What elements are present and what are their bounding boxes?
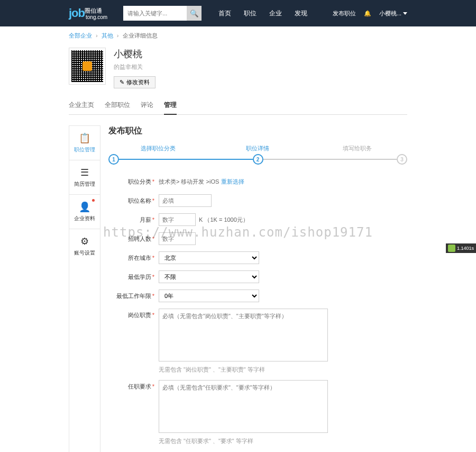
step-label-2: 职位详情 [208, 144, 307, 152]
label-education: 最低学历 [128, 274, 151, 280]
nav-discover[interactable]: 发现 [288, 0, 314, 26]
steps: 选择职位分类 职位详情 填写给职务 1 2 3 [108, 144, 407, 165]
search-box: 🔍 [123, 6, 202, 21]
breadcrumb-current: 企业详细信息 [123, 32, 158, 39]
username: 小樱桃... [379, 10, 401, 17]
logo-sub: tong.com [86, 15, 107, 20]
notification-dot-icon [92, 199, 95, 202]
reselect-link[interactable]: 重新选择 [221, 178, 244, 185]
label-name: 职位名称 [128, 197, 151, 204]
page-title: 发布职位 [108, 125, 407, 137]
step-circle-1: 1 [108, 154, 119, 165]
jobs-icon: 📋 [72, 132, 97, 144]
label-responsibility: 岗位职责 [128, 312, 151, 318]
bell-icon[interactable]: 🔔 [364, 10, 371, 17]
city-select[interactable]: 北京 [159, 251, 259, 264]
sidebar-item-label: 企业资料 [74, 215, 95, 221]
company-name: 小樱桃 [114, 48, 155, 60]
nav-companies[interactable]: 企业 [263, 0, 288, 26]
user-dropdown[interactable]: 小樱桃... [379, 10, 407, 17]
sidebar-item-company[interactable]: 👤 企业资料 [69, 195, 100, 229]
step-circle-3: 3 [397, 154, 407, 165]
publish-link[interactable]: 发布职位 [333, 10, 356, 17]
leaf-icon [448, 245, 455, 252]
search-icon: 🔍 [190, 10, 199, 17]
logo-cn: 圈伯通 [85, 7, 107, 15]
step-circle-2: 2 [253, 154, 263, 165]
gear-icon: ⚙ [72, 236, 97, 247]
search-button[interactable]: 🔍 [187, 6, 202, 21]
logo[interactable]: job 圈伯通 tong.com [69, 6, 107, 20]
step-label-1: 选择职位分类 [108, 144, 208, 152]
label-headcount: 招聘人数 [128, 236, 151, 242]
tab-all-jobs[interactable]: 全部职位 [105, 96, 130, 114]
pencil-icon: ✎ [120, 79, 124, 86]
search-input[interactable] [123, 6, 187, 21]
label-city: 所在城市 [128, 255, 151, 261]
sidebar-item-resume[interactable]: ☰ 简历管理 [69, 160, 100, 195]
job-name-input[interactable] [159, 194, 212, 207]
sidebar-item-label: 简历管理 [74, 181, 95, 187]
label-experience: 最低工作年限 [116, 293, 151, 299]
breadcrumb: 全部企业 › 其他 › 企业详细信息 [69, 26, 407, 45]
main-nav: 首页 职位 企业 发现 [212, 0, 314, 26]
logo-text: job [69, 6, 85, 20]
sidebar: 📋 职位管理 ☰ 简历管理 👤 企业资料 ⚙ 账号设置 [69, 125, 100, 452]
label-requirement: 任职要求 [128, 383, 151, 390]
category-value: 技术类> 移动开发 >iOS [159, 178, 219, 185]
qr-code [69, 48, 106, 85]
edit-profile-button[interactable]: ✎ 修改资料 [114, 76, 155, 88]
sidebar-item-label: 账号设置 [74, 250, 95, 256]
company-meta: 的益非相关 [114, 63, 155, 71]
sidebar-item-jobs[interactable]: 📋 职位管理 [69, 126, 100, 160]
requirement-hint: 无需包含 "任职要求" 、"要求" 等字样 [159, 437, 407, 445]
chevron-down-icon [403, 12, 407, 15]
step-label-3: 填写给职务 [308, 144, 407, 152]
salary-suffix: K （1K = 1000元） [199, 213, 249, 226]
header: job 圈伯通 tong.com 🔍 首页 职位 企业 发现 发布职位 🔔 小樱… [0, 0, 476, 26]
perf-badge: 1.1401s [446, 243, 476, 253]
label-salary: 月薪 [140, 216, 151, 223]
tab-reviews[interactable]: 评论 [141, 96, 153, 114]
salary-input[interactable] [159, 213, 196, 226]
responsibility-textarea[interactable] [159, 309, 328, 361]
requirement-textarea[interactable] [159, 380, 328, 433]
tabs: 企业主页 全部职位 评论 管理 [69, 96, 407, 115]
nav-jobs[interactable]: 职位 [237, 0, 263, 26]
sidebar-item-label: 职位管理 [74, 147, 95, 152]
list-icon: ☰ [72, 167, 97, 178]
education-select[interactable]: 不限 [159, 270, 259, 283]
profile-section: 小樱桃 的益非相关 ✎ 修改资料 [69, 45, 407, 96]
label-category: 职位分类 [128, 178, 151, 185]
tab-manage[interactable]: 管理 [164, 96, 177, 115]
user-icon: 👤 [72, 201, 97, 213]
breadcrumb-other[interactable]: 其他 [102, 32, 113, 39]
headcount-input[interactable] [159, 232, 196, 245]
experience-select[interactable]: 0年 [159, 290, 259, 302]
tab-home[interactable]: 企业主页 [69, 96, 94, 114]
responsibility-hint: 无需包含 "岗位职责" 、"主要职责" 等字样 [159, 366, 407, 374]
breadcrumb-all[interactable]: 全部企业 [69, 32, 92, 39]
sidebar-item-account[interactable]: ⚙ 账号设置 [69, 229, 100, 263]
nav-home[interactable]: 首页 [212, 0, 237, 26]
